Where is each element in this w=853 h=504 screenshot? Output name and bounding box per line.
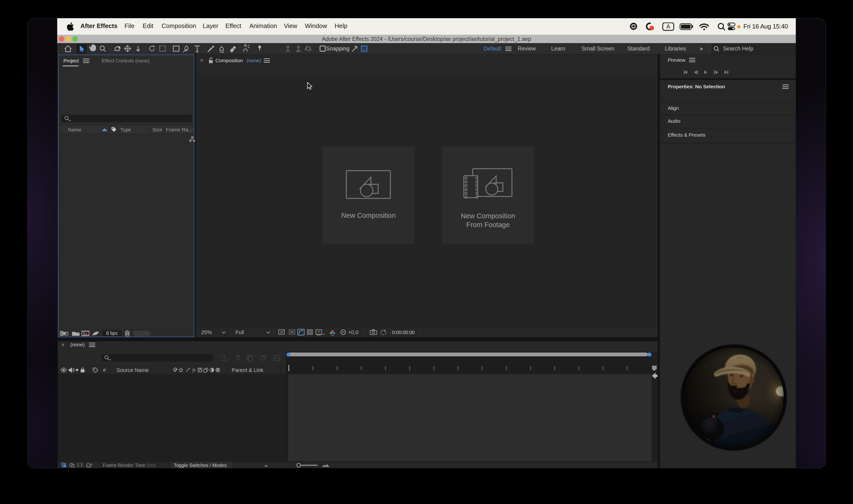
svg-text:A: A	[666, 23, 670, 30]
svg-text:fx: fx	[193, 367, 196, 372]
